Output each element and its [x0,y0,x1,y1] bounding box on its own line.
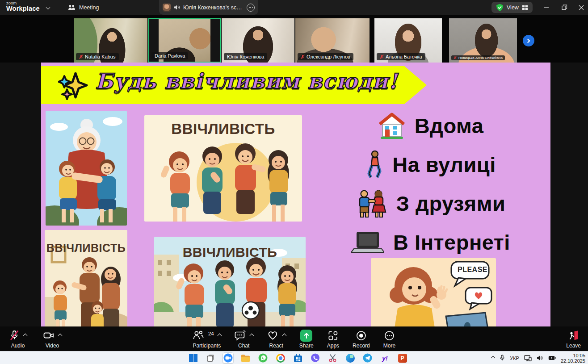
task-view-button[interactable] [205,352,216,364]
taskbar-file-explorer[interactable] [240,352,251,364]
participant-name: Natalia Kabus [85,54,116,59]
list-label: На вулиці [392,152,496,177]
tab-meeting-label: Meeting [79,4,99,11]
taskbar-edge[interactable] [344,352,356,364]
telegram-icon [363,353,372,363]
slide-image-politeness-family: ВВІЧЛИВІСТЬ [45,230,127,326]
taskbar-powerpoint[interactable]: P [397,352,408,364]
leave-door-icon [568,330,580,341]
share-label: Share [299,343,314,349]
react-options-chevron[interactable] [282,333,286,338]
hidden-icons-chevron[interactable] [491,356,496,360]
participant-name: Daria Pavlova [155,53,185,59]
please-speech-bubble-text: PLEASE [458,266,487,274]
zoom-window: zoom Workplace Meeting Юлія Коженкова's … [0,0,588,364]
taskbar-snipping-tool[interactable] [327,352,338,364]
taskbar-zoom-app[interactable] [223,352,234,364]
chevron-right-icon [526,38,530,43]
minimize-button[interactable] [539,0,554,15]
powerpoint-icon: P [398,354,407,363]
shared-screen-area: Будь ввічливим всюди! [0,63,588,326]
image-caption: ВВІЧЛИВІСТЬ [154,245,306,260]
chat-button[interactable]: Chat [235,329,253,349]
network-icon[interactable] [524,355,532,361]
participant-tile[interactable]: Олександр Лісунов [295,18,370,63]
participant-name: Новицька Анна Олексіївна [458,56,503,60]
share-screen-icon [300,330,312,342]
record-button[interactable]: Record [353,329,370,349]
taskbar-clock[interactable]: 10:05 22.10.2025 [561,353,585,364]
slide-image-politeness-group: ВВІЧЛИВІСТЬ [144,115,302,222]
whatsapp-icon [258,353,268,363]
view-button[interactable]: View [491,2,533,13]
view-layout-icon [522,5,528,10]
list-label: З друзями [396,191,506,216]
politeness-contexts-list: Вдома На вулиці [308,106,550,262]
pedestrian-icon [365,151,383,179]
taskbar-microsoft-store[interactable] [292,352,303,364]
tray-mic-icon[interactable] [500,355,505,361]
react-button[interactable]: React [267,329,286,349]
windows-logo-icon [189,354,197,362]
slide-title: Будь ввічливим всюди! [92,69,401,93]
taskbar-viber[interactable] [310,352,321,364]
zoom-app-icon [223,353,233,363]
participant-tile[interactable]: Новицька Анна Олексіївна [449,18,517,63]
heart-icon [267,330,279,341]
share-button[interactable]: Share [299,329,314,349]
image-caption: ВВІЧЛИВІСТЬ [144,121,302,138]
chat-options-chevron[interactable] [249,333,254,338]
restore-button[interactable] [557,0,572,15]
tab-shared-screen[interactable]: Юлія Коженкова's screen [159,0,258,15]
audio-options-chevron[interactable] [23,333,28,338]
participant-name: Олександр Лісунов [307,54,350,59]
participant-tile-active-speaker[interactable]: Daria Pavlova [148,18,221,63]
edge-icon [346,354,355,363]
image-caption: ВВІЧЛИВІСТЬ [45,242,127,255]
tab-meeting[interactable]: Meeting [63,0,103,15]
volume-icon[interactable] [537,355,543,361]
yahoo-icon: y! [382,355,387,362]
clock-time: 10:05 [561,353,585,358]
participant-tile[interactable]: Юлія Коженкова [222,18,294,63]
participant-tile[interactable]: Natalia Kabus [74,18,147,63]
muted-mic-icon [380,54,384,59]
start-button[interactable] [188,352,199,364]
battery-icon[interactable] [548,356,556,360]
chrome-icon [276,354,285,363]
close-button[interactable] [574,0,588,15]
video-options-chevron[interactable] [58,333,63,338]
task-view-icon [206,354,215,362]
meeting-toolbar: Audio Video 24 Participants [0,326,588,351]
taskbar-yahoo[interactable]: y! [379,352,391,364]
chat-bubble-icon [235,330,246,341]
video-button[interactable]: Video [43,329,62,349]
list-item-internet: В Інтернеті [308,223,550,262]
participants-button[interactable]: 24 Participants [193,329,221,349]
brand-workplace: Workplace [6,5,40,12]
apps-button[interactable]: Apps [327,329,339,349]
video-label: Video [46,343,59,349]
taskbar-chrome[interactable] [275,352,286,364]
folder-icon [241,354,250,362]
apps-icon [328,330,339,341]
taskbar-whatsapp[interactable] [257,352,269,364]
taskbar-telegram[interactable] [362,352,373,364]
react-label: React [269,343,283,349]
apps-label: Apps [327,343,339,349]
brand-chevron-down-icon[interactable] [46,5,50,10]
tab-options-icon[interactable] [247,4,255,12]
leave-button[interactable]: Leave [566,329,581,349]
participants-options-chevron[interactable] [217,333,222,338]
people-icon [68,4,76,11]
muted-mic-icon [301,54,305,59]
more-button[interactable]: More [383,329,395,349]
laptop-icon [351,231,384,254]
participant-tile[interactable]: Альона Баточка [374,18,442,63]
speaker-icon [174,4,180,10]
language-indicator[interactable]: УКР [510,356,519,361]
snipping-tool-icon [328,354,337,363]
audio-button[interactable]: Audio [9,329,27,349]
next-participants-button[interactable] [523,35,534,46]
participant-filmstrip: Natalia Kabus Daria Pavlova Юлія Коженко… [0,15,588,63]
